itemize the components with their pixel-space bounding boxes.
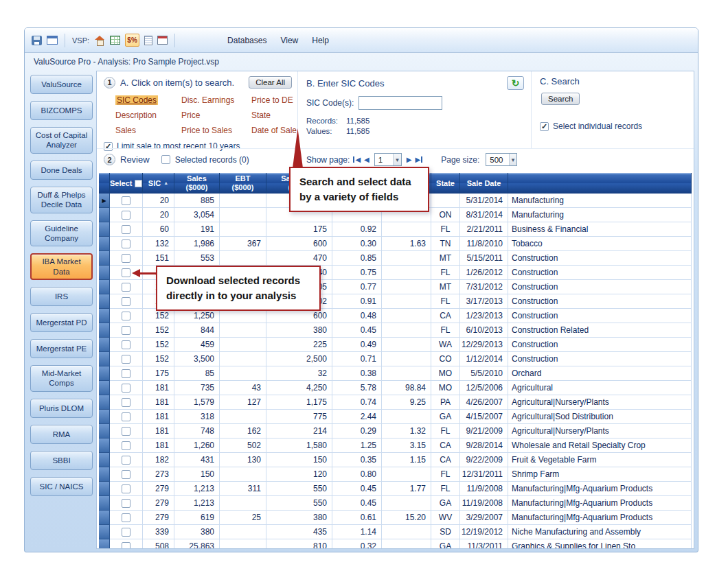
row-checkbox[interactable]	[122, 456, 130, 465]
sidebar-item-iba-market-data[interactable]: IBA Market Data	[30, 253, 93, 280]
table-row[interactable]: 2791,2133115500.451.77FL11/9/2008Manufac…	[99, 482, 692, 496]
select-all-checkbox[interactable]	[135, 180, 142, 187]
row-checkbox[interactable]	[122, 225, 130, 234]
table-row[interactable]: 181735434,2505.7898.84MO12/5/2006Agricul…	[99, 381, 692, 395]
row-checkbox[interactable]	[122, 513, 130, 522]
row-checkbox[interactable]	[122, 441, 130, 450]
page-size-select[interactable]: 500▾	[486, 153, 517, 166]
column-header-ebt[interactable]: EBT ($000)	[220, 173, 266, 194]
sidebar-item-mergerstat-pd[interactable]: Mergerstat PD	[30, 313, 93, 332]
row-checkbox[interactable]	[122, 283, 130, 292]
row-checkbox[interactable]	[122, 211, 130, 220]
selected-records-checkbox[interactable]	[161, 155, 170, 164]
table-row[interactable]: 1811,2605021,5801.253.15CA9/28/2014Whole…	[99, 438, 692, 453]
calendar-icon[interactable]	[157, 36, 168, 45]
field-sic-codes[interactable]: SIC Codes	[115, 95, 158, 105]
row-checkbox[interactable]	[122, 528, 130, 537]
row-checkbox[interactable]	[122, 384, 130, 393]
field-sales[interactable]: Sales	[115, 126, 136, 135]
sidebar-item-sic-naics[interactable]: SIC / NAICS	[30, 477, 93, 496]
search-button[interactable]: Search	[541, 93, 580, 105]
column-header-sic[interactable]: SIC▲	[143, 173, 174, 194]
table-row[interactable]: 2731501200.80FL12/31/2011Shrimp Farm	[99, 467, 692, 482]
row-checkbox[interactable]	[122, 499, 130, 508]
field-description[interactable]: Description	[115, 110, 157, 120]
page-select[interactable]: 1▾	[374, 153, 402, 166]
save-icon[interactable]	[32, 36, 42, 45]
menu-help[interactable]: Help	[306, 33, 334, 48]
table-row[interactable]: 1321,9863676000.301.63TN11/8/2010Tobacco	[99, 237, 692, 251]
cell-desc: Fruit & Vegetable Farm	[508, 453, 692, 467]
dollar-percent-icon[interactable]: $%	[125, 34, 139, 47]
select-individual-checkbox[interactable]: ✓	[540, 122, 549, 131]
column-header-state[interactable]: State	[431, 173, 460, 194]
sic-codes-input[interactable]	[359, 96, 442, 110]
table-row[interactable]: 17585320.38MO5/5/2010Orchard	[99, 366, 692, 381]
column-header-date[interactable]: Sale Date	[460, 173, 508, 194]
table-row[interactable]: 1813187752.44GA4/15/2007Agricultural|Sod…	[99, 410, 692, 424]
row-checkbox[interactable]	[122, 412, 130, 421]
page-last-button[interactable]: ▶	[416, 156, 423, 163]
row-checkbox[interactable]	[122, 196, 130, 205]
row-checkbox[interactable]	[122, 326, 130, 335]
page-prev-button[interactable]: ◀	[364, 156, 369, 163]
cell-desc: Agricultural|Sod Distribution	[508, 410, 692, 424]
row-checkbox[interactable]	[122, 239, 130, 248]
window-layout-icon[interactable]	[47, 36, 58, 45]
row-checkbox[interactable]	[122, 427, 130, 436]
row-checkbox[interactable]	[122, 470, 130, 479]
table-row[interactable]: 601911750.92FL2/21/2011Business & Financ…	[99, 222, 692, 237]
row-checkbox[interactable]	[122, 312, 130, 320]
report-icon[interactable]	[144, 36, 152, 45]
sidebar-item-rma[interactable]: RMA	[30, 425, 93, 444]
field-price[interactable]: Price	[181, 110, 200, 120]
field-price-to-de[interactable]: Price to DE	[251, 95, 293, 105]
field-state[interactable]: State	[251, 110, 271, 120]
field-price-to-sales[interactable]: Price to Sales	[181, 126, 232, 135]
table-row[interactable]: 1521,2506000.48CA1/23/2013Construction	[99, 309, 692, 323]
table-view-icon[interactable]	[110, 36, 120, 45]
sidebar-item-valusource[interactable]: ValuSource	[30, 75, 93, 94]
sidebar-item-sbbi[interactable]: SBBI	[30, 451, 93, 470]
page-first-button[interactable]: ◀	[353, 156, 361, 163]
sidebar-item-mergerstat-pe[interactable]: Mergerstat PE	[30, 339, 93, 358]
sidebar-item-duff-phelps-decile-data[interactable]: Duff & Phelps Decile Data	[30, 187, 93, 213]
row-checkbox[interactable]	[122, 398, 130, 407]
row-checkbox[interactable]	[122, 369, 130, 378]
clear-all-button[interactable]: Clear All	[249, 76, 292, 89]
sidebar-item-done-deals[interactable]: Done Deals	[30, 161, 93, 180]
sidebar-item-irs[interactable]: IRS	[30, 287, 93, 306]
sidebar-item-pluris-dlom[interactable]: Pluris DLOM	[30, 399, 93, 418]
table-row[interactable]: 1817481622140.291.32FL9/21/2009Agricultu…	[99, 424, 692, 438]
table-row[interactable]: 3393804351.14SD12/19/2012Niche Manufactu…	[99, 525, 692, 539]
field-disc-earnings[interactable]: Disc. Earnings	[181, 95, 234, 105]
menu-databases[interactable]: Databases	[222, 33, 272, 48]
menu-view[interactable]: View	[275, 33, 304, 48]
row-checkbox[interactable]	[122, 268, 130, 277]
column-header-select[interactable]: Select	[110, 173, 143, 194]
table-row[interactable]: 1528443800.45FL6/10/2013Construction Rel…	[99, 323, 692, 338]
column-header-sales[interactable]: Sales ($000)	[174, 173, 220, 194]
table-row[interactable]: 2791,2135500.45GA11/19/2008Manufacturing…	[99, 496, 692, 511]
table-row[interactable]: 1523,5002,5000.71CO1/12/2014Construction	[99, 352, 692, 366]
sidebar-item-mid-market-comps[interactable]: Mid-Market Comps	[30, 365, 93, 392]
refresh-button[interactable]: ↻	[507, 76, 524, 90]
row-checkbox[interactable]	[122, 254, 130, 263]
home-icon[interactable]	[94, 36, 105, 45]
row-checkbox[interactable]	[122, 340, 130, 349]
sidebar-item-cost-of-capital-analyzer[interactable]: Cost of Capital Analyzer	[30, 127, 93, 154]
row-checkbox[interactable]	[122, 297, 130, 306]
row-checkbox[interactable]	[122, 484, 130, 493]
row-checkbox[interactable]	[122, 355, 130, 364]
sidebar-item-guideline-company[interactable]: Guideline Company	[30, 220, 93, 247]
table-row[interactable]: 50825,8638100.32GA11/3/2011Graphics & Su…	[99, 539, 692, 548]
row-checkbox[interactable]	[122, 542, 130, 549]
page-next-button[interactable]: ▶	[407, 156, 412, 163]
table-row[interactable]: 279619253800.6115.20WV3/29/2007Manufactu…	[99, 511, 692, 525]
table-row[interactable]: 1811,5791271,1750.749.25PA4/26/2007Agric…	[99, 395, 692, 410]
field-date-of-sale[interactable]: Date of Sale	[251, 126, 297, 135]
table-row[interactable]: 1515534700.85MT5/15/2011Construction	[99, 251, 692, 266]
table-row[interactable]: 1524592250.49WA12/29/2013Construction	[99, 338, 692, 352]
sidebar-item-bizcomps[interactable]: BIZCOMPS	[30, 101, 93, 120]
table-row[interactable]: 1824311301500.351.15CA9/22/2009Fruit & V…	[99, 453, 692, 467]
